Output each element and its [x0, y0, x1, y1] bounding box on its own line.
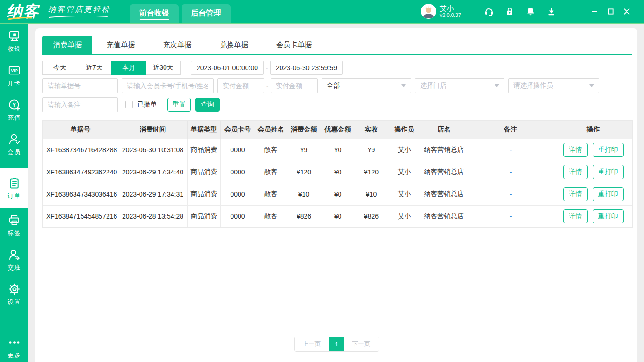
- range-7days-button[interactable]: 近7天: [77, 61, 112, 75]
- tab-consume-orders[interactable]: 消费单据: [42, 36, 92, 54]
- column-header-consume-time: 消费时间: [118, 121, 188, 139]
- minimize-button[interactable]: [586, 4, 603, 18]
- reprint-button[interactable]: 重打印: [593, 209, 624, 223]
- close-button[interactable]: [619, 4, 635, 18]
- sidebar-item-orders[interactable]: 订单: [0, 168, 28, 208]
- sidebar-item-member[interactable]: 会员: [0, 127, 28, 162]
- reprint-button[interactable]: 重打印: [593, 165, 624, 179]
- order-type-select[interactable]: 全部: [322, 78, 411, 93]
- lock-icon[interactable]: [504, 6, 515, 16]
- cell-remark: -: [467, 206, 554, 227]
- current-page-button[interactable]: 1: [329, 337, 344, 351]
- nav-tab-back-admin[interactable]: 后台管理: [182, 4, 231, 23]
- select-placeholder: 请选择操作员: [513, 82, 586, 90]
- reprint-button[interactable]: 重打印: [593, 187, 624, 201]
- sidebar-item-recharge[interactable]: ¥ 充值: [0, 93, 28, 127]
- reprint-button[interactable]: 重打印: [593, 143, 624, 157]
- detail-button[interactable]: 详情: [563, 165, 588, 179]
- cell-order-no: XF16384715454857216: [43, 206, 118, 227]
- sidebar-item-label: 设置: [8, 298, 21, 306]
- filter-row-fields: - 全部 选择门店 请选择操作员: [42, 78, 632, 93]
- sidebar-item-label: 收银: [8, 45, 21, 53]
- cell-member-name: 散客: [255, 183, 287, 205]
- vip-card-icon: VIP: [8, 64, 21, 77]
- sidebar-item-cashier[interactable]: ¥ 收银: [0, 24, 28, 58]
- nav-tab-label: 后台管理: [191, 8, 221, 18]
- date-from-input[interactable]: [191, 61, 264, 75]
- more-dots-icon: [8, 336, 21, 349]
- active-tab-underline: [140, 19, 169, 20]
- nav-tab-front-cashier[interactable]: 前台收银: [130, 4, 179, 23]
- member-search-input[interactable]: [122, 78, 214, 93]
- orders-table: 单据号 消费时间 单据类型 会员卡号 会员姓名 消费金额 优惠金额 实收 操作员…: [42, 120, 633, 228]
- cell-consume-amount: ¥9: [287, 139, 321, 161]
- titlebar: 纳客 纳客管店更轻松 前台收银 后台管理: [0, 0, 644, 23]
- tab-label: 消费单据: [53, 41, 82, 49]
- remark-input[interactable]: [42, 97, 118, 112]
- member-icon: [8, 133, 21, 146]
- cell-received: ¥10: [355, 183, 388, 205]
- order-no-input[interactable]: [42, 78, 118, 93]
- sidebar-item-open-card[interactable]: VIP 开卡: [0, 58, 28, 93]
- cell-order-no: XF16386347492362240: [43, 161, 118, 183]
- column-header-remark: 备注: [467, 121, 554, 139]
- detail-button[interactable]: 详情: [563, 143, 588, 157]
- sidebar-item-label: 标签: [8, 229, 21, 238]
- table-header-row: 单据号 消费时间 单据类型 会员卡号 会员姓名 消费金额 优惠金额 实收 操作员…: [43, 121, 632, 139]
- cell-store: 纳客营销总店: [421, 139, 467, 161]
- sidebar-item-labels[interactable]: 标签: [0, 208, 28, 243]
- range-30days-button[interactable]: 近30天: [146, 61, 181, 75]
- sidebar-item-more[interactable]: 更多: [0, 334, 28, 362]
- cell-store: 纳客营销总店: [421, 183, 467, 205]
- cell-order-type: 商品消费: [188, 139, 221, 161]
- user-area[interactable]: 艾小 v2.0.0.37: [421, 4, 461, 19]
- operator-select[interactable]: 请选择操作员: [508, 78, 599, 93]
- revoked-checkbox[interactable]: [125, 101, 133, 108]
- prev-page-button[interactable]: 上一页: [295, 337, 329, 351]
- tab-label: 充值单据: [107, 41, 135, 49]
- pay-amount-min-input[interactable]: [217, 78, 264, 93]
- range-today-button[interactable]: 今天: [42, 61, 77, 75]
- customer-service-icon[interactable]: [484, 6, 494, 16]
- bell-icon[interactable]: [525, 6, 536, 16]
- divider: [470, 6, 470, 17]
- detail-button[interactable]: 详情: [563, 209, 588, 223]
- sidebar: ¥ 收银 VIP 开卡 ¥ 充值 会员 订单: [0, 24, 28, 362]
- column-header-actions: 操作: [554, 121, 632, 139]
- range-this-month-button[interactable]: 本月: [111, 61, 146, 75]
- window-controls: [586, 4, 635, 18]
- cell-remark: -: [467, 161, 554, 183]
- label-printer-icon: [8, 214, 21, 227]
- download-icon[interactable]: [546, 6, 556, 16]
- cell-actions: 详情 重打印: [554, 161, 632, 183]
- tab-recharge-orders[interactable]: 充值单据: [92, 36, 149, 54]
- pay-amount-max-input[interactable]: [271, 78, 318, 93]
- document-tabs: 消费单据 充值单据 充次单据 兑换单据 会员卡单据: [42, 28, 632, 55]
- column-header-order-no: 单据号: [43, 121, 118, 139]
- cell-member-name: 散客: [255, 139, 287, 161]
- cell-order-type: 商品消费: [188, 206, 221, 227]
- cell-order-type: 商品消费: [188, 161, 221, 183]
- maximize-button[interactable]: [603, 4, 619, 18]
- cell-card-no: 0000: [221, 206, 255, 227]
- column-header-operator: 操作员: [388, 121, 421, 139]
- tab-times-orders[interactable]: 充次单据: [149, 36, 206, 54]
- query-button[interactable]: 查询: [195, 98, 220, 112]
- tab-exchange-orders[interactable]: 兑换单据: [206, 36, 262, 54]
- reset-button[interactable]: 重置: [167, 98, 191, 112]
- table-row: XF16386347343036416 2023-06-29 17:34:31 …: [43, 183, 632, 205]
- tab-member-card-orders[interactable]: 会员卡单据: [262, 36, 326, 54]
- sidebar-item-shift[interactable]: 交班: [0, 243, 28, 277]
- detail-button[interactable]: 详情: [563, 187, 588, 201]
- cell-received: ¥826: [355, 206, 388, 227]
- pagination: 上一页 1 下一页: [294, 337, 379, 352]
- cell-consume-time: 2023-06-28 13:54:28: [118, 206, 188, 227]
- column-header-member-name: 会员姓名: [255, 121, 287, 139]
- cell-discount-amount: ¥0: [321, 206, 355, 227]
- date-to-input[interactable]: [270, 61, 343, 75]
- sidebar-item-settings[interactable]: 设置: [0, 277, 28, 312]
- store-select[interactable]: 选择门店: [415, 78, 504, 93]
- cell-card-no: 0000: [221, 161, 255, 183]
- next-page-button[interactable]: 下一页: [344, 337, 379, 351]
- cell-operator: 艾小: [388, 161, 421, 183]
